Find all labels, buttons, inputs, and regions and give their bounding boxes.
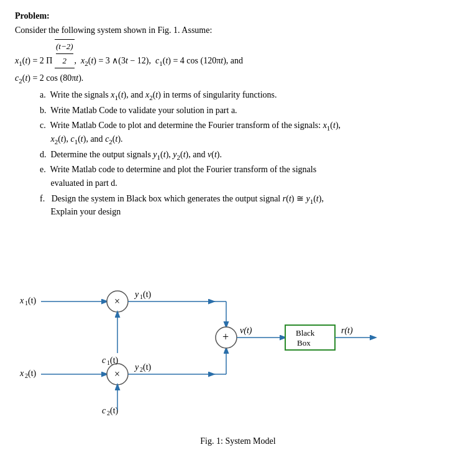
fig-caption: Fig. 1: System Model xyxy=(15,436,461,446)
x2-label: x xyxy=(19,369,24,378)
svg-text:(t): (t) xyxy=(28,296,37,306)
diagram-area: x 1 (t) × y 1 (t) x 2 (t) × y 2 (t) xyxy=(15,230,461,435)
vt-label: v(t) xyxy=(240,326,252,336)
c2-label: c xyxy=(102,406,106,415)
part-f: f. Design the system in Black box which … xyxy=(40,192,461,219)
svg-text:(t): (t) xyxy=(143,362,152,372)
y2-label: y xyxy=(134,362,139,372)
black-box-label-1: Black xyxy=(296,328,315,338)
x1-label: x xyxy=(19,296,24,305)
formula-line-1: x1(t) = 2 Π (t−2) 2 , x2(t) = 3 ∧(3t − 1… xyxy=(15,39,461,68)
multiply-top-symbol: × xyxy=(114,296,120,306)
part-e: e. Write Matlab code to determine and pl… xyxy=(40,163,461,190)
svg-text:(t): (t) xyxy=(28,369,37,379)
rt-label: r(t) xyxy=(341,326,353,336)
part-d: d. Determine the output signals y1(t), y… xyxy=(40,148,461,162)
parts-list: a. Write the signals x1(t), and x2(t) in… xyxy=(40,88,461,219)
y1-label: y xyxy=(134,290,139,299)
multiply-bottom-symbol: × xyxy=(114,369,120,379)
svg-text:(t): (t) xyxy=(143,290,152,300)
c1-label: c xyxy=(102,356,106,365)
system-diagram: x 1 (t) × y 1 (t) x 2 (t) × y 2 (t) xyxy=(15,230,461,435)
svg-text:(t): (t) xyxy=(110,356,119,366)
problem-intro: Consider the following system shown in F… xyxy=(15,24,461,37)
part-b: b. Write Matlab Code to validate your so… xyxy=(40,104,461,117)
part-a: a. Write the signals x1(t), and x2(t) in… xyxy=(40,88,461,102)
part-c: c. Write Matlab Code to plot and determi… xyxy=(40,119,461,145)
black-box-label-2: Box xyxy=(297,338,311,347)
problem-section: Problem: Consider the following system s… xyxy=(15,11,461,219)
formula-line-2: c2(t) = 2 cos (80πt). xyxy=(15,71,461,86)
summing-plus-symbol: + xyxy=(222,331,229,343)
problem-header: Problem: xyxy=(15,11,461,21)
